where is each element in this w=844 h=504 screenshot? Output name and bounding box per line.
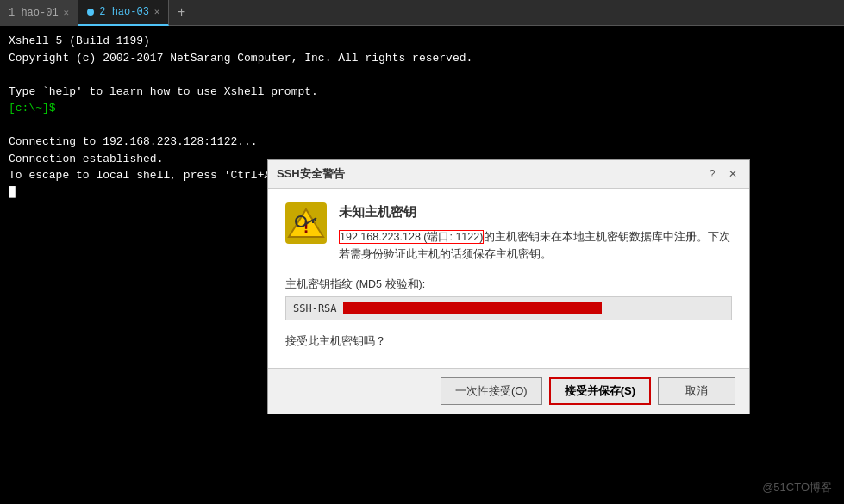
accept-question: 接受此主机密钥吗？: [285, 333, 732, 350]
established-line: Connection established.: [9, 152, 163, 165]
dialog-footer: 一次性接受(O) 接受并保存(S) 取消: [268, 368, 749, 414]
tab-hao01[interactable]: 1 hao-01 ✕: [0, 0, 78, 26]
accept-once-button[interactable]: 一次性接受(O): [441, 377, 542, 405]
cancel-button[interactable]: 取消: [658, 377, 735, 405]
dialog-description: 192.168.223.128 (端口: 1122)的主机密钥未在本地主机密钥数…: [339, 228, 732, 263]
cursor-block: █: [9, 186, 16, 199]
dialog-controls: ? ✕: [704, 166, 741, 182]
fingerprint-prefix: SSH-RSA: [293, 302, 343, 314]
dialog-main-text: 未知主机密钥 192.168.223.128 (端口: 1122)的主机密钥未在…: [339, 202, 732, 264]
terminal-spacer: [9, 117, 835, 134]
tab-hao03-close[interactable]: ✕: [154, 6, 160, 17]
connecting-line: Connecting to 192.168.223.128:1122...: [9, 135, 258, 148]
tab-bar: 1 hao-01 ✕ 2 hao-03 ✕ +: [0, 0, 844, 26]
watermark: @51CTO博客: [762, 479, 832, 496]
tab-hao01-label: 1 hao-01: [9, 7, 59, 19]
add-tab-button[interactable]: +: [169, 1, 193, 25]
terminal-line1: Xshell 5 (Build 1199): [9, 33, 835, 50]
tab-hao03-label: 2 hao-03: [99, 6, 149, 18]
xshell-version: Xshell 5 (Build 1199): [9, 34, 150, 47]
tab-hao03-dot: [87, 9, 94, 16]
fingerprint-label: 主机密钥指纹 (MD5 校验和):: [285, 277, 732, 293]
terminal-area[interactable]: Xshell 5 (Build 1199) Copyright (c) 2002…: [0, 26, 844, 504]
warning-icon: !: [285, 202, 327, 244]
terminal-line3: [9, 66, 835, 84]
tab-hao01-close[interactable]: ✕: [64, 7, 70, 18]
fingerprint-redacted: [343, 302, 602, 314]
dialog-close-button[interactable]: ✕: [725, 166, 741, 182]
host-highlight: 192.168.223.128 (端口: 1122): [339, 230, 484, 244]
help-hint: Type `help' to learn how to use Xshell p…: [9, 85, 318, 98]
terminal-prompt-line: [c:\~]$: [9, 100, 835, 117]
fingerprint-value: SSH-RSA: [285, 296, 732, 320]
dialog-help-button[interactable]: ?: [704, 166, 720, 182]
dialog-header-row: ! 未知主机密钥 192.168.223.128 (端口: 1122)的主机密钥…: [285, 202, 732, 264]
fingerprint-section: 主机密钥指纹 (MD5 校验和): SSH-RSA: [285, 277, 732, 320]
copyright-line: Copyright (c) 2002-2017 NetSarang Comput…: [9, 52, 472, 65]
terminal-connecting: Connecting to 192.168.223.128:1122...: [9, 134, 835, 151]
ssh-security-dialog: SSH安全警告 ? ✕ !: [267, 159, 750, 414]
dialog-heading: 未知主机密钥: [339, 202, 732, 222]
accept-save-button[interactable]: 接受并保存(S): [549, 377, 651, 405]
terminal-line4: Type `help' to learn how to use Xshell p…: [9, 84, 835, 101]
tab-hao03[interactable]: 2 hao-03 ✕: [78, 0, 169, 26]
add-tab-icon: +: [178, 5, 186, 21]
escape-line: To escape to local shell, press 'Ctrl+Al…: [9, 169, 311, 182]
terminal-prompt: [c:\~]$: [9, 102, 56, 115]
dialog-title: SSH安全警告: [277, 165, 345, 183]
dialog-titlebar: SSH安全警告 ? ✕: [268, 160, 749, 189]
terminal-line2: Copyright (c) 2002-2017 NetSarang Comput…: [9, 50, 835, 67]
dialog-body: ! 未知主机密钥 192.168.223.128 (端口: 1122)的主机密钥…: [268, 189, 749, 369]
